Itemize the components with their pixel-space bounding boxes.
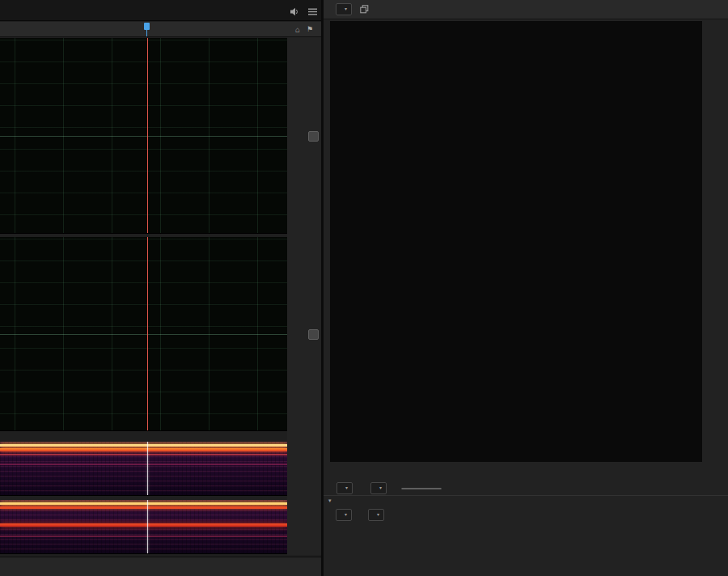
waveform-ch2-graphic (0, 237, 243, 358)
fft-size-select[interactable]: ▾ (336, 509, 352, 521)
spectrogram-band (0, 523, 287, 527)
frequency-analysis-panel: ▾ ▾ ▾ (324, 0, 728, 576)
spectrogram-band (0, 444, 287, 447)
chevron-down-icon: ▾ (345, 5, 347, 14)
copy-graph-icon[interactable] (358, 3, 370, 16)
spectrogram-band (0, 502, 287, 505)
advanced-toggle[interactable]: ▾ (328, 498, 335, 504)
spectrogram-band (0, 454, 287, 455)
frequency-plot-graphic (330, 21, 702, 462)
zoom-toolbar (0, 557, 321, 576)
playhead-line (147, 442, 148, 495)
chevron-down-icon: ▾ (377, 510, 379, 519)
window-select[interactable]: ▾ (368, 509, 384, 521)
display-select[interactable]: ▾ (336, 482, 353, 494)
home-icon[interactable]: ⌂ (295, 25, 300, 34)
playhead-handle[interactable] (144, 23, 150, 30)
time-ruler[interactable] (0, 22, 287, 37)
overview-strip[interactable] (0, 0, 321, 21)
overview-icons (288, 5, 319, 18)
playhead-line (147, 237, 148, 430)
chevron-down-icon: ▾ (328, 498, 332, 504)
spectrogram-scale-ch1 (287, 442, 321, 496)
spectrogram-band (0, 448, 287, 451)
advanced-controls-row: ▾ ▾ (330, 509, 400, 521)
waveform-editor-panel: ⌂ ⚑ (0, 0, 321, 576)
spectrogram-band (0, 464, 287, 465)
frequency-analysis-header: ▾ (324, 0, 728, 19)
scale-select[interactable]: ▾ (336, 3, 352, 15)
waveform-ch1-graphic (0, 38, 243, 159)
menu-icon[interactable] (306, 5, 319, 18)
scan-button[interactable] (401, 488, 442, 489)
divider (324, 495, 728, 496)
frequency-plot[interactable] (330, 21, 702, 462)
spectrogram-channel-1[interactable] (0, 442, 287, 496)
chevron-down-icon: ▾ (345, 510, 347, 519)
chevron-down-icon: ▾ (379, 484, 382, 493)
channel-1-badge[interactable] (308, 131, 319, 142)
spectrogram-band (0, 506, 287, 509)
db-axis (704, 21, 726, 468)
display-controls-row: ▾ ▾ (330, 482, 442, 494)
channel-2-badge[interactable] (308, 329, 319, 340)
spectrogram-scale-ch2 (287, 500, 321, 554)
spectrogram-band (0, 536, 287, 537)
chevron-down-icon: ▾ (345, 484, 348, 493)
playhead-line (147, 500, 148, 553)
volume-icon[interactable] (288, 5, 301, 18)
audition-window: ⌂ ⚑ (0, 0, 728, 576)
marker-icon[interactable]: ⚑ (307, 25, 313, 33)
waveform-channel-1[interactable] (0, 38, 287, 234)
playhead-line (147, 38, 148, 233)
ruler-corner: ⌂ ⚑ (287, 22, 321, 37)
waveform-channel-2[interactable] (0, 237, 287, 431)
spectrogram-channel-2[interactable] (0, 500, 287, 554)
top-channel-select[interactable]: ▾ (370, 482, 387, 494)
frequency-axis (330, 463, 706, 472)
